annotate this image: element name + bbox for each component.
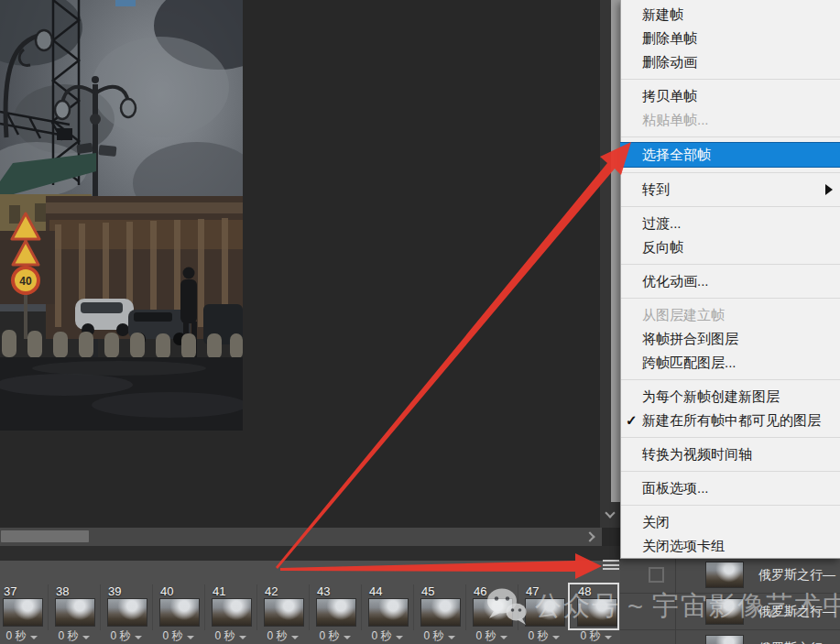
- frame-thumbnail: [107, 598, 147, 627]
- frames-panel-header: [0, 546, 620, 561]
- duration-dropdown-icon: [448, 636, 455, 639]
- frame-thumbnail: [55, 598, 95, 627]
- menu-item-convert-to-video-timeline[interactable]: 转换为视频时间轴: [621, 442, 840, 466]
- frame-43[interactable]: 43: [309, 584, 361, 630]
- menu-separator: [621, 432, 840, 442]
- column-divider: [675, 630, 676, 644]
- menu-separator: [621, 74, 840, 84]
- frame-46[interactable]: 46: [465, 584, 518, 630]
- panel-menu-hamburger-icon[interactable]: [602, 558, 620, 572]
- menu-item-tween[interactable]: 过渡...: [621, 212, 840, 235]
- frame-46-duration[interactable]: 0 秒: [465, 628, 518, 644]
- duration-dropdown-icon: [291, 636, 299, 639]
- frame-47-duration[interactable]: 0 秒: [518, 628, 570, 644]
- menu-separator: [621, 168, 840, 178]
- document-canvas: 40: [0, 0, 620, 546]
- menu-item-create-new-layer-per-frame[interactable]: 为每个新帧创建新图层: [621, 385, 840, 409]
- menu-item-select-all-frames[interactable]: 选择全部帧: [620, 142, 840, 168]
- frame-40[interactable]: 40: [152, 584, 204, 630]
- frame-40-duration[interactable]: 0 秒: [152, 628, 204, 644]
- menu-item-match-layer-across-frames[interactable]: 跨帧匹配图层...: [621, 351, 840, 375]
- photo-street-scene: 40: [0, 0, 243, 431]
- layer-thumbnail: [705, 635, 744, 644]
- frame-44[interactable]: 44: [361, 584, 413, 630]
- menu-item-reverse-frames[interactable]: 反向帧: [621, 235, 840, 259]
- layer-row-1[interactable]: 俄罗斯之行—: [620, 557, 840, 594]
- column-divider: [675, 594, 676, 629]
- menu-item-optimize-animation[interactable]: 优化动画...: [621, 269, 840, 293]
- frame-42-duration[interactable]: 0 秒: [256, 628, 309, 644]
- duration-dropdown-icon: [552, 636, 560, 639]
- duration-dropdown-icon: [344, 636, 351, 639]
- menu-item-delete-frame[interactable]: 删除单帧: [621, 27, 840, 50]
- menu-item-go-to[interactable]: 转到: [621, 178, 840, 202]
- duration-dropdown-icon: [187, 636, 194, 639]
- layers-panel: 俄罗斯之行— 俄罗斯之行— 俄罗斯之行—: [620, 557, 840, 644]
- frame-41-duration[interactable]: 0 秒: [204, 628, 256, 644]
- menu-separator: [621, 466, 840, 476]
- duration-dropdown-icon: [30, 636, 38, 639]
- frame-38-duration[interactable]: 0 秒: [48, 628, 100, 644]
- menu-item-panel-options[interactable]: 面板选项...: [621, 476, 840, 500]
- frame-37[interactable]: 37: [0, 584, 48, 630]
- layer-thumbnail: [705, 562, 744, 588]
- frame-thumbnail: [316, 598, 356, 627]
- frame-thumbnail: [159, 598, 200, 627]
- duration-dropdown-icon: [500, 636, 507, 639]
- menu-separator: [621, 132, 840, 142]
- menu-separator: [621, 500, 840, 510]
- menu-item-delete-animation[interactable]: 删除动画: [621, 50, 840, 74]
- submenu-arrow-icon: [825, 184, 833, 195]
- frames-panel-context-menu: 新建帧 删除单帧 删除动画 拷贝单帧 粘贴单帧... 选择全部帧 转到 过渡..…: [620, 0, 840, 559]
- layer-row-3[interactable]: 俄罗斯之行—: [620, 630, 840, 644]
- frame-thumbnail: [3, 598, 43, 627]
- menu-item-copy-frame[interactable]: 拷贝单帧: [621, 84, 840, 108]
- menu-item-new-frame[interactable]: 新建帧: [621, 3, 840, 27]
- frame-41[interactable]: 41: [204, 584, 256, 630]
- frame-thumbnail: [212, 598, 252, 627]
- duration-dropdown-icon: [82, 636, 90, 639]
- frame-39[interactable]: 39: [100, 584, 152, 630]
- layer-link-box[interactable]: [649, 567, 664, 583]
- menu-item-make-frames-from-layers: 从图层建立帧: [621, 303, 840, 327]
- frame-thumbnail: [525, 598, 565, 627]
- frame-thumbnail: [264, 598, 304, 627]
- frame-38[interactable]: 38: [48, 584, 100, 630]
- frame-39-duration[interactable]: 0 秒: [100, 628, 152, 644]
- frame-43-duration[interactable]: 0 秒: [309, 628, 361, 644]
- frame-42[interactable]: 42: [256, 584, 309, 630]
- menu-item-close[interactable]: 关闭: [621, 510, 840, 534]
- duration-dropdown-icon: [135, 636, 142, 639]
- frame-thumbnail: [420, 598, 461, 627]
- frame-48-duration[interactable]: 0 秒: [570, 628, 622, 644]
- photoshop-window: 40 37 38 39 40 41 42: [0, 0, 840, 644]
- menu-separator: [621, 375, 840, 385]
- menu-separator: [621, 259, 840, 269]
- frame-thumbnail: [473, 598, 513, 627]
- svg-text:40: 40: [19, 275, 32, 288]
- layer-thumbnail: [705, 598, 744, 625]
- frame-37-duration[interactable]: 0 秒: [0, 628, 48, 644]
- frame-thumbnail: [368, 598, 409, 627]
- layer-row-2[interactable]: 俄罗斯之行—: [620, 594, 840, 630]
- selected-frame-border: [568, 583, 619, 630]
- menu-item-new-layers-visible-all-frames[interactable]: ✓ 新建在所有帧中都可见的图层: [621, 409, 840, 432]
- frame-45[interactable]: 45: [413, 584, 465, 630]
- menu-separator: [621, 293, 840, 303]
- menu-separator: [621, 202, 840, 212]
- vertical-scrollbar-thumb[interactable]: [611, 0, 620, 502]
- duration-dropdown-icon: [396, 636, 403, 639]
- menu-item-paste-frame: 粘贴单帧...: [621, 108, 840, 132]
- frame-45-duration[interactable]: 0 秒: [413, 628, 465, 644]
- horizontal-scrollbar-track[interactable]: [0, 528, 602, 546]
- frame-47[interactable]: 47: [518, 584, 570, 630]
- column-divider: [675, 557, 676, 593]
- duration-dropdown-icon: [239, 636, 246, 639]
- checkmark-icon: ✓: [626, 412, 638, 429]
- menu-item-close-tab-group[interactable]: 关闭选项卡组: [621, 534, 840, 558]
- duration-dropdown-icon: [605, 636, 612, 639]
- menu-item-flatten-frames-into-layers[interactable]: 将帧拼合到图层: [621, 327, 840, 351]
- frame-44-duration[interactable]: 0 秒: [361, 628, 413, 644]
- horizontal-scrollbar-thumb[interactable]: [1, 530, 89, 542]
